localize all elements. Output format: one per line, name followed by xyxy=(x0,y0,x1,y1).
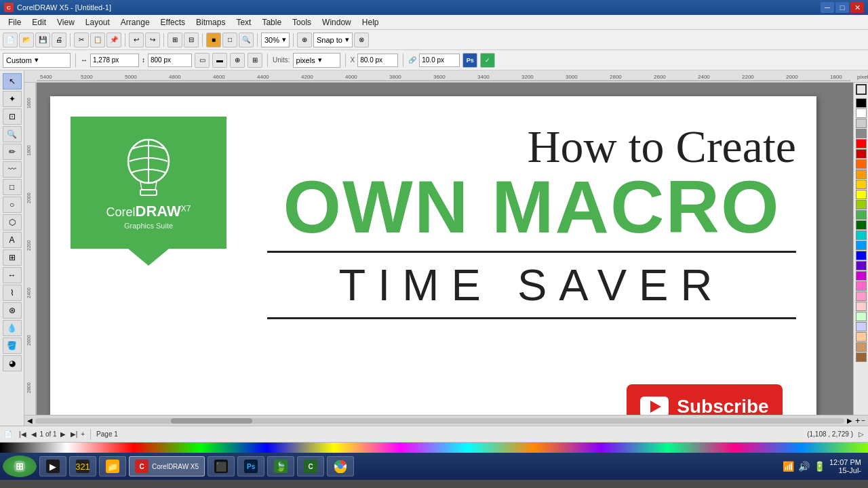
start-button[interactable]: ⊞ xyxy=(3,455,37,477)
page-add-button[interactable]: + xyxy=(81,430,85,438)
width-input[interactable] xyxy=(90,54,139,67)
dimension-input[interactable] xyxy=(419,54,460,67)
polygon-tool[interactable]: ⬡ xyxy=(3,214,22,230)
menu-help[interactable]: Help xyxy=(357,16,384,28)
ellipse-tool[interactable]: ○ xyxy=(3,197,22,213)
color-swatch-yellow[interactable] xyxy=(856,180,867,189)
taskbar-coreldraw[interactable]: C CorelDRAW X5 xyxy=(129,456,205,476)
extra-icon[interactable]: ✓ xyxy=(480,53,495,68)
no-fill-swatch[interactable] xyxy=(856,84,867,95)
first-page-button[interactable]: |◀ xyxy=(18,430,28,438)
scrollbar-thumb[interactable] xyxy=(171,418,252,424)
shadow-tool[interactable]: ◕ xyxy=(3,355,22,371)
color-swatch-palegreen[interactable] xyxy=(856,312,867,321)
color-swatch-red[interactable] xyxy=(856,139,867,148)
volume-icon[interactable]: 🔊 xyxy=(798,461,810,472)
rectangle-tool[interactable]: □ xyxy=(3,179,22,195)
interactive-fill-tool[interactable]: 🪣 xyxy=(3,338,22,354)
canvas[interactable]: CorelDRAWX7 Graphics Suite How to Create… xyxy=(37,83,853,415)
prev-page-button[interactable]: ◀ xyxy=(30,430,38,438)
color-swatch-darkred[interactable] xyxy=(856,149,867,159)
connector-tool[interactable]: ⌇ xyxy=(3,285,22,301)
taskbar-media-player[interactable]: ▶ xyxy=(39,456,66,476)
preset-dropdown[interactable]: Custom ▾ xyxy=(3,53,71,68)
redo-button[interactable]: ↪ xyxy=(145,33,160,47)
close-button[interactable]: ✕ xyxy=(850,2,864,13)
height-input[interactable] xyxy=(148,54,192,67)
eyedrop-button[interactable]: 🔍 xyxy=(239,33,254,47)
network-icon[interactable]: 📶 xyxy=(783,461,794,472)
page-options-button[interactable]: ⊕ xyxy=(230,53,245,68)
battery-icon[interactable]: 🔋 xyxy=(814,461,825,472)
menu-effects[interactable]: Effects xyxy=(155,16,191,28)
menu-window[interactable]: Window xyxy=(317,16,357,28)
taskbar-file-manager[interactable]: 📁 xyxy=(99,456,126,476)
taskbar-chrome[interactable] xyxy=(327,456,354,476)
menu-bitmaps[interactable]: Bitmaps xyxy=(191,16,231,28)
units-dropdown[interactable]: pixels ▾ xyxy=(293,53,340,68)
taskbar-corel-app2[interactable]: C xyxy=(297,456,324,476)
color-swatch-amber[interactable] xyxy=(856,169,867,179)
color-swatch-green[interactable] xyxy=(856,210,867,220)
color-swatch-purple[interactable] xyxy=(856,261,867,270)
outline-button[interactable]: □ xyxy=(222,33,237,47)
undo-button[interactable]: ↩ xyxy=(129,33,144,47)
maximize-button[interactable]: □ xyxy=(835,2,849,13)
paste-button[interactable]: 📌 xyxy=(106,33,121,47)
menu-edit[interactable]: Edit xyxy=(26,16,52,28)
menu-layout[interactable]: Layout xyxy=(80,16,115,28)
new-button[interactable]: 📄 xyxy=(3,33,18,47)
text-tool[interactable]: A xyxy=(3,232,22,248)
snap-icon[interactable]: ⊕ xyxy=(297,33,312,47)
color-swatch-magenta[interactable] xyxy=(856,271,867,281)
titlebar-controls[interactable]: ─ □ ✕ xyxy=(821,2,864,13)
minimize-button[interactable]: ─ xyxy=(821,2,834,13)
transform2-button[interactable]: ⊟ xyxy=(184,33,199,47)
color-swatch-cyan[interactable] xyxy=(856,230,867,240)
dimension-tool[interactable]: ↔ xyxy=(3,267,22,283)
color-swatch-blue[interactable] xyxy=(856,251,867,260)
color-swatch-black[interactable] xyxy=(856,98,867,108)
scroll-right-icon[interactable]: ▶ xyxy=(847,417,852,424)
snap-to-dropdown[interactable]: Snap to ▾ xyxy=(313,33,353,47)
select-tool[interactable]: ↖ xyxy=(3,73,22,89)
color-swatch-paleblue[interactable] xyxy=(856,322,867,331)
color-swatch-white[interactable] xyxy=(856,108,867,118)
menu-arrange[interactable]: Arrange xyxy=(115,16,155,28)
color-swatch-palerose[interactable] xyxy=(856,302,867,311)
color-bar[interactable] xyxy=(0,442,868,453)
cut-button[interactable]: ✂ xyxy=(74,33,89,47)
scroll-left-icon[interactable]: ◀ xyxy=(27,417,33,424)
taskbar-photoshop[interactable]: Ps xyxy=(237,456,264,476)
taskbar-green-app[interactable]: 🍃 xyxy=(267,456,294,476)
next-page-button[interactable]: ▶ xyxy=(59,430,67,438)
zoom-tool[interactable]: 🔍 xyxy=(3,126,22,142)
color-swatch-lime[interactable] xyxy=(856,200,867,209)
shape-tool[interactable]: ✦ xyxy=(3,91,22,107)
subscribe-button[interactable]: Subscribe xyxy=(627,384,783,415)
scrollbar-track[interactable] xyxy=(35,418,844,424)
taskbar-app-box[interactable]: ⬛ xyxy=(208,456,235,476)
color-swatch-peach[interactable] xyxy=(856,332,867,342)
menu-file[interactable]: File xyxy=(3,16,26,28)
color-swatch-lightpink[interactable] xyxy=(856,291,867,301)
color-swatch-tan[interactable] xyxy=(856,342,867,352)
fill-button[interactable]: ■ xyxy=(206,33,221,47)
color-swatch-brightyellow[interactable] xyxy=(856,190,867,199)
zoom-in-icon[interactable]: + xyxy=(855,416,860,426)
menu-tools[interactable]: Tools xyxy=(287,16,317,28)
portrait-button[interactable]: ▭ xyxy=(195,53,210,68)
menu-table[interactable]: Table xyxy=(256,16,287,28)
save-button[interactable]: 💾 xyxy=(35,33,50,47)
color-swatch-darkgreen[interactable] xyxy=(856,220,867,230)
smart-draw-tool[interactable]: 〰 xyxy=(3,161,22,178)
color-swatch-orange[interactable] xyxy=(856,159,867,169)
landscape-button[interactable]: ▬ xyxy=(212,53,227,68)
zoom-dropdown[interactable]: 30% ▾ xyxy=(261,33,290,47)
menu-view[interactable]: View xyxy=(52,16,80,28)
color-swatch-skyblue[interactable] xyxy=(856,241,867,250)
color-swatch-lightgray[interactable] xyxy=(856,119,867,128)
taskbar-321-player[interactable]: 321 xyxy=(69,456,96,476)
menu-text[interactable]: Text xyxy=(231,16,256,28)
print-button[interactable]: 🖨 xyxy=(52,33,66,47)
